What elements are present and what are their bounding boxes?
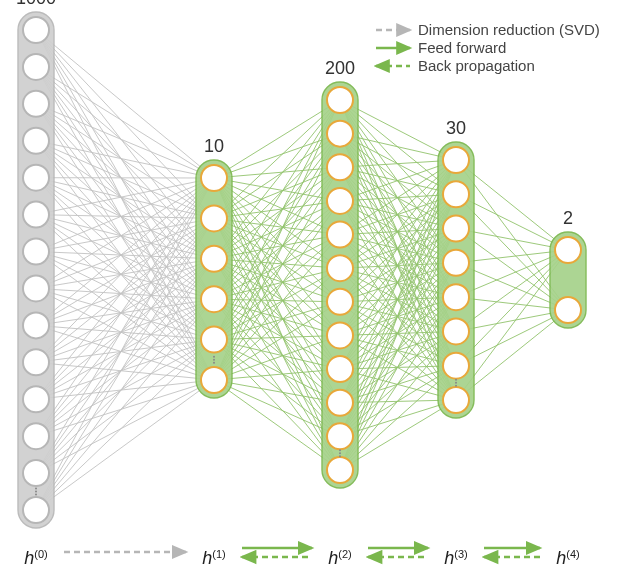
node-h1-2 <box>201 246 227 272</box>
ellipsis-dot <box>35 491 37 493</box>
node-h0-13 <box>23 497 49 523</box>
ellipsis-dot <box>213 359 215 361</box>
svg-line-62 <box>36 259 214 399</box>
caption-h1: h(1) <box>202 548 225 568</box>
layer-size-h1: 10 <box>204 136 224 156</box>
node-h2-8 <box>327 356 353 382</box>
svg-line-71 <box>36 380 214 436</box>
svg-line-83 <box>36 380 214 510</box>
node-h1-1 <box>201 205 227 231</box>
node-h3-5 <box>443 318 469 344</box>
svg-line-64 <box>36 340 214 400</box>
svg-line-12 <box>36 104 214 178</box>
conn-h0-h1 <box>36 30 214 510</box>
svg-line-133 <box>214 134 340 340</box>
ellipsis-dot <box>35 488 37 490</box>
svg-line-76 <box>36 340 214 473</box>
svg-line-0 <box>36 30 214 178</box>
node-h0-4 <box>23 165 49 191</box>
ellipsis-dot <box>213 362 215 364</box>
node-h3-1 <box>443 181 469 207</box>
node-h0-10 <box>23 386 49 412</box>
node-h1-5 <box>201 367 227 393</box>
layer-size-h3: 30 <box>446 118 466 138</box>
svg-line-17 <box>36 104 214 380</box>
node-h0-5 <box>23 202 49 228</box>
ellipsis-dot <box>455 382 457 384</box>
node-h0-3 <box>23 128 49 154</box>
svg-line-129 <box>214 299 340 403</box>
node-h3-4 <box>443 284 469 310</box>
svg-line-79 <box>36 218 214 510</box>
svg-line-89 <box>214 178 340 268</box>
node-h2-4 <box>327 222 353 248</box>
node-h0-6 <box>23 239 49 265</box>
connections <box>36 30 568 510</box>
caption-h2: h(2) <box>328 548 351 568</box>
legend-row-bp: Back propagation <box>376 57 535 74</box>
legend-label-bp: Back propagation <box>418 57 535 74</box>
legend-label-ff: Feed forward <box>418 39 506 56</box>
node-h0-7 <box>23 275 49 301</box>
node-h0-1 <box>23 54 49 80</box>
ellipsis-dot <box>213 356 215 358</box>
legend-row-svd: Dimension reduction (SVD) <box>376 21 600 38</box>
legend-row-ff: Feed forward <box>376 39 506 56</box>
node-h3-0 <box>443 147 469 173</box>
svg-line-8 <box>36 67 214 259</box>
svg-line-143 <box>214 340 340 470</box>
layer-size-h2: 200 <box>325 58 355 78</box>
legend-label-svd: Dimension reduction (SVD) <box>418 21 600 38</box>
svg-line-70 <box>36 340 214 437</box>
layer-pill-h0 <box>18 12 54 528</box>
node-h3-6 <box>443 353 469 379</box>
node-h4-1 <box>555 297 581 323</box>
ellipsis-dot <box>455 385 457 387</box>
node-h0-9 <box>23 349 49 375</box>
svg-line-105 <box>214 218 340 402</box>
node-h0-11 <box>23 423 49 449</box>
node-h3-7 <box>443 387 469 413</box>
svg-line-4 <box>36 30 214 340</box>
svg-line-153 <box>214 380 340 403</box>
node-h2-9 <box>327 390 353 416</box>
node-h2-2 <box>327 154 353 180</box>
node-h0-12 <box>23 460 49 486</box>
nn-diagram: 100010200302Dimension reduction (SVD)Fee… <box>0 0 640 583</box>
ellipsis-dot <box>339 449 341 451</box>
caption-h4: h(4) <box>556 548 579 568</box>
node-h2-0 <box>327 87 353 113</box>
node-h3-2 <box>443 216 469 242</box>
node-h2-5 <box>327 255 353 281</box>
node-h2-6 <box>327 289 353 315</box>
node-h3-3 <box>443 250 469 276</box>
svg-line-43 <box>36 218 214 288</box>
svg-line-84 <box>214 100 340 178</box>
conn-h1-h2 <box>214 100 340 470</box>
node-h4-0 <box>555 237 581 263</box>
layer-size-h4: 2 <box>563 208 573 228</box>
node-h2-11 <box>327 457 353 483</box>
svg-line-58 <box>36 340 214 363</box>
svg-line-126 <box>214 299 340 302</box>
node-h1-0 <box>201 165 227 191</box>
node-h1-3 <box>201 286 227 312</box>
node-h2-1 <box>327 121 353 147</box>
ellipsis-dot <box>339 455 341 457</box>
node-h1-4 <box>201 327 227 353</box>
svg-line-14 <box>36 104 214 259</box>
svg-line-106 <box>214 218 340 436</box>
node-h2-7 <box>327 322 353 348</box>
ellipsis-dot <box>35 494 37 496</box>
ellipsis-dot <box>339 452 341 454</box>
svg-line-18 <box>36 141 214 178</box>
node-h2-10 <box>327 423 353 449</box>
svg-line-68 <box>36 259 214 436</box>
caption-h0: h(0) <box>24 548 47 568</box>
svg-line-69 <box>36 299 214 436</box>
svg-line-2 <box>36 30 214 259</box>
caption-h3: h(3) <box>444 548 467 568</box>
svg-line-77 <box>36 380 214 473</box>
ellipsis-dot <box>455 379 457 381</box>
svg-line-108 <box>214 100 340 259</box>
